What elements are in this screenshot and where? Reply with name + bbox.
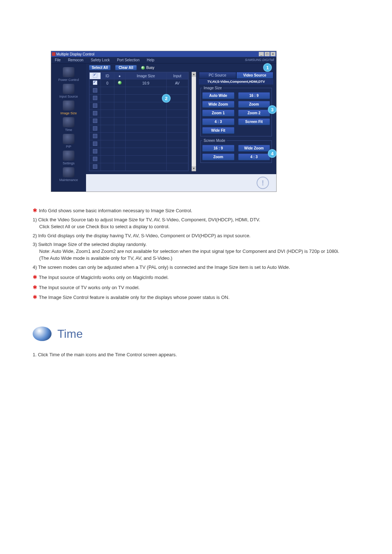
row-checkbox[interactable] [93, 157, 97, 161]
doc-line: The Input source of MagicInfo works only… [39, 275, 169, 280]
scroll-track[interactable] [192, 77, 196, 166]
menu-safety-lock[interactable]: Safety Lock [87, 57, 113, 63]
menu-file[interactable]: File [51, 57, 64, 63]
row-checkbox[interactable] [93, 96, 97, 100]
table-row[interactable] [90, 118, 188, 125]
maintenance-icon [63, 167, 74, 177]
sidebar-label: Input Source [59, 95, 78, 98]
col-header-status: ● [114, 73, 125, 79]
btn-wide-zoom[interactable]: Wide Zoom [202, 101, 234, 108]
table-row[interactable] [90, 163, 188, 171]
pip-icon [63, 134, 74, 144]
table-row[interactable] [90, 110, 188, 118]
btn-wide-fit[interactable]: Wide Fit [202, 127, 234, 134]
scroll-down-button[interactable]: ▼ [192, 166, 196, 171]
busy-indicator: Busy [141, 66, 154, 70]
sidebar-item-time[interactable]: Time [63, 117, 74, 132]
maximize-button[interactable]: □ [265, 52, 270, 56]
table-row[interactable] [90, 148, 188, 156]
row-checkbox[interactable] [93, 134, 97, 138]
table-row[interactable] [90, 140, 188, 148]
scroll-up-button[interactable]: ▲ [192, 72, 196, 77]
btn-sm-4-3[interactable]: 4 : 3 [238, 153, 270, 160]
time-section-text: 1. Click Time of the main icons and the … [33, 352, 359, 357]
btn-zoom[interactable]: Zoom [238, 101, 270, 108]
group-legend-screen-mode: Screen Mode [202, 139, 226, 143]
cell-input: AV [166, 79, 188, 87]
doc-text-block: ✱Info Grid shows some basic information … [33, 206, 359, 301]
table-row[interactable] [90, 125, 188, 133]
btn-4-3[interactable]: 4 : 3 [202, 118, 234, 125]
sidebar-item-maintenance[interactable]: Maintenance [59, 167, 78, 182]
callout-4: 4 [268, 149, 277, 158]
brand: SAMSUNG DIGITall [243, 57, 276, 63]
video-source-tab[interactable]: Video Source [236, 72, 274, 79]
doc-line: Info Grid shows some basic information n… [39, 208, 192, 213]
table-row[interactable] [90, 95, 188, 102]
side-panel: 1 PC Source Video Source TV,AV,S-Video,C… [199, 72, 273, 171]
doc-line: 4) The screen modes can only be adjusted… [33, 264, 359, 271]
sidebar-item-input-source[interactable]: Input Source [59, 84, 78, 98]
sidebar-item-power-control[interactable]: Power Control [58, 67, 79, 82]
time-section-icon [33, 327, 52, 341]
table-row[interactable] [90, 156, 188, 163]
sidebar-item-settings[interactable]: Settings [63, 151, 75, 165]
pc-source-tab[interactable]: PC Source [199, 72, 236, 79]
btn-sm-wide-zoom[interactable]: Wide Zoom [238, 145, 270, 152]
row-checkbox[interactable] [93, 81, 97, 85]
sidebar: Power Control Input Source Image Size Ti… [51, 63, 86, 192]
time-icon [63, 117, 74, 127]
row-checkbox[interactable] [93, 164, 97, 169]
close-button[interactable]: × [270, 52, 275, 56]
btn-auto-wide[interactable]: Auto Wide [202, 92, 234, 99]
table-row[interactable] [90, 133, 188, 140]
row-checkbox[interactable] [93, 88, 97, 93]
menubar: File Remocon Safety Lock Port Selection … [51, 57, 276, 63]
row-checkbox[interactable] [93, 119, 97, 123]
btn-sm-zoom[interactable]: Zoom [202, 153, 234, 160]
alert-icon: ! [257, 177, 269, 189]
sidebar-item-image-size[interactable]: Image Size [60, 100, 77, 115]
table-row[interactable] [90, 102, 188, 110]
source-info-line: TV,AV,S-Video,Component,HDMI,DTV [199, 79, 273, 85]
screen-mode-group: Screen Mode 16 : 9 Wide Zoom Zoom 4 : 3 … [200, 139, 272, 163]
sidebar-item-pip[interactable]: PIP [63, 134, 74, 148]
minimize-button[interactable]: _ [259, 52, 264, 56]
menu-help[interactable]: Help [143, 57, 158, 63]
row-checkbox[interactable] [93, 111, 97, 115]
row-checkbox[interactable] [93, 126, 97, 131]
select-all-button[interactable]: Select All [89, 65, 111, 70]
btn-screen-fit[interactable]: Screen Fit [238, 118, 270, 125]
row-checkbox[interactable] [93, 149, 97, 153]
doc-line: 3) Switch Image Size of the selected dis… [33, 242, 147, 247]
table-row[interactable] [90, 87, 188, 95]
btn-zoom2[interactable]: Zoom 2 [238, 110, 270, 116]
btn-sm-16-9[interactable]: 16 : 9 [202, 145, 234, 152]
doc-line: 1. Click Time of the main icons and the … [33, 352, 359, 357]
image-size-group: Image Size Auto Wide 16 : 9 Wide Zoom Zo… [200, 86, 272, 136]
btn-zoom1[interactable]: Zoom 1 [202, 110, 234, 116]
sidebar-label: PIP [66, 145, 72, 148]
col-header-check[interactable] [90, 73, 101, 79]
doc-line: 2) Info Grid displays only the display h… [33, 233, 359, 239]
table-row[interactable]: 0 16:9 AV [90, 79, 188, 87]
star-icon: ✱ [33, 274, 37, 280]
sidebar-label: Maintenance [59, 178, 78, 182]
busy-label: Busy [146, 66, 154, 70]
col-header-id: ID [101, 73, 114, 79]
app-icon [52, 52, 56, 56]
window-title: Multiple Display Control [56, 52, 94, 56]
clear-all-button[interactable]: Clear All [115, 65, 137, 70]
menu-remocon[interactable]: Remocon [64, 57, 87, 63]
doc-line: (The Auto Wide mode is available only fo… [33, 255, 172, 261]
sidebar-label: Settings [63, 161, 75, 165]
menu-port-selection[interactable]: Port Selection [113, 57, 143, 63]
busy-dot-icon [141, 66, 145, 70]
row-checkbox[interactable] [93, 141, 97, 146]
star-icon: ✱ [33, 207, 37, 213]
btn-16-9[interactable]: 16 : 9 [238, 92, 270, 99]
row-checkbox[interactable] [93, 103, 97, 108]
col-header-image-size: Image Size [125, 73, 166, 79]
doc-line: Note: Auto Wide, Zoom1 and Zoom2 are not… [33, 249, 339, 254]
grid-scrollbar[interactable]: ▲ ▼ [192, 72, 196, 171]
